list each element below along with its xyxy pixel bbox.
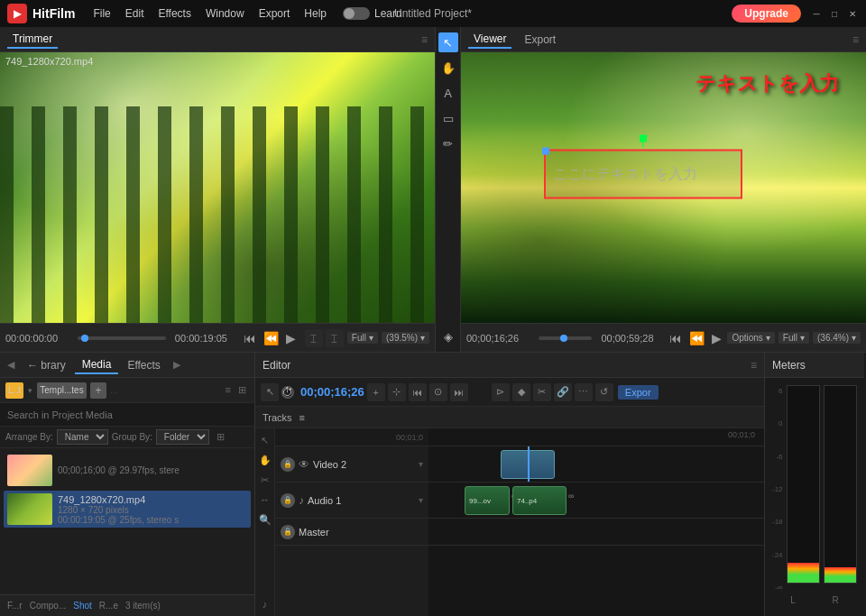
templates-button[interactable]: Templ...tes [37, 382, 87, 399]
select-tool[interactable]: ↖ [438, 32, 458, 52]
out-point-button[interactable]: ⌶ [326, 329, 344, 347]
viewer-zoom[interactable]: (36.4%)▾ [813, 332, 861, 344]
maximize-button[interactable]: □ [828, 7, 841, 20]
folder-icon-button[interactable]: L..t [5, 382, 23, 399]
viewer-tab[interactable]: Viewer [468, 31, 511, 49]
snap-btn[interactable]: ⊳ [492, 383, 510, 401]
viewer-skip-back[interactable]: ⏮ [668, 331, 684, 345]
loop-btn[interactable]: ↺ [595, 383, 613, 401]
tracks-menu-icon[interactable]: ≡ [299, 412, 305, 423]
viewer-options[interactable]: Options▾ [727, 332, 774, 344]
clip-audio2-right[interactable]: 74..p4 [512, 486, 567, 515]
trimmer-zoom-select[interactable]: (39.5%)▾ [382, 332, 429, 344]
viewer-preview: テキストを入力 ここにテキストを入力 [461, 52, 866, 323]
trimmer-menu-icon[interactable]: ≡ [421, 33, 428, 46]
pen-tool[interactable]: ✏ [438, 133, 458, 153]
meter-label-n6: -6 [772, 453, 783, 461]
bottom-tool[interactable]: ◈ [438, 326, 458, 346]
menu-effects[interactable]: Effects [152, 5, 196, 22]
text-box-overlay[interactable]: ここにテキストを入力 [544, 150, 742, 199]
media-thumb-forest [7, 493, 52, 525]
list-view-button[interactable]: ≡ [223, 383, 234, 397]
viewer-frame-back[interactable]: ⏪ [687, 331, 706, 345]
track-expand-video2[interactable]: ▾ [419, 459, 423, 469]
list-item[interactable]: 00;00;16;00 @ 29.97fps, stere [4, 452, 251, 489]
tab-media[interactable]: Media [75, 356, 119, 374]
more-btn[interactable]: ⋯ [575, 383, 593, 401]
track-eye-audio1[interactable]: ♪ [299, 494, 304, 507]
export-tab[interactable]: Export [519, 32, 561, 48]
lt-hand[interactable]: ✋ [257, 452, 273, 468]
track-lock-master[interactable]: 🔒 [281, 525, 295, 539]
viewer-menu-icon[interactable]: ≡ [852, 33, 859, 46]
menu-export[interactable]: Export [253, 5, 296, 22]
viewer-scrubber[interactable] [539, 336, 592, 340]
text-box-content[interactable]: ここにテキストを入力 [553, 165, 697, 184]
trimmer-tab[interactable]: Trimmer [7, 31, 58, 49]
main-layout: Trimmer ≡ 749_1280x720.mp4 00:00:00:00 0… [0, 27, 866, 616]
lt-select[interactable]: ↖ [257, 432, 273, 448]
track-lock-audio1[interactable]: 🔒 [281, 493, 295, 508]
lt-razor[interactable]: ✂ [257, 472, 273, 488]
trimmer-scrubber[interactable] [78, 336, 166, 340]
upgrade-button[interactable]: Upgrade [732, 5, 801, 23]
track-eye-video2[interactable]: 👁 [299, 458, 309, 471]
skip-back-button[interactable]: ⏮ [242, 331, 258, 345]
skip-fwd-btn[interactable]: ⏭ [450, 383, 468, 401]
nav-folder[interactable]: F...r [7, 601, 23, 611]
clip-audio1-left[interactable]: 99...ov [465, 486, 510, 515]
menu-edit[interactable]: Edit [120, 5, 150, 22]
search-input[interactable] [7, 409, 247, 420]
timeline-ruler-label: 00;01;0 [275, 428, 428, 446]
group-by-select[interactable]: Folder [156, 429, 209, 445]
viewer-quality[interactable]: Full▾ [778, 332, 809, 344]
play-fwd-btn[interactable]: ⊙ [429, 383, 447, 401]
nav-r[interactable]: R...e [99, 601, 118, 611]
razor-btn[interactable]: ✂ [533, 383, 551, 401]
close-button[interactable]: ✕ [846, 7, 859, 20]
viewer-play[interactable]: ▶ [710, 331, 723, 345]
text-tool[interactable]: A [438, 83, 458, 103]
nav-shot[interactable]: Shot [73, 601, 92, 611]
panel-next-btn[interactable]: ▶ [170, 357, 184, 372]
menu-bar: File Edit Effects Window Export Help Lea… [88, 5, 401, 22]
editor-current-time[interactable]: 00;00;16;26 [300, 385, 364, 399]
export-button[interactable]: Expor [618, 385, 659, 400]
tab-effects[interactable]: Effects [120, 357, 167, 373]
menu-file[interactable]: File [88, 5, 115, 22]
lt-audio[interactable]: ♪ [257, 596, 273, 612]
media-meta2: 00:00:19:05 @ 25fps, stereo s [58, 515, 247, 525]
marker-btn[interactable]: ◆ [512, 383, 530, 401]
nav-composite[interactable]: Compo... [30, 601, 67, 611]
grid-view-button[interactable]: ⊞ [235, 383, 249, 397]
tab-library[interactable]: ← brary [20, 357, 73, 373]
editor-tool-select[interactable]: ↖ [261, 383, 279, 401]
hand-tool[interactable]: ✋ [438, 58, 458, 78]
link-btn[interactable]: 🔗 [554, 383, 572, 401]
ripple-button[interactable]: ⊹ [388, 383, 406, 401]
in-point-button[interactable]: ⌶ [305, 329, 323, 347]
minimize-button[interactable]: ─ [810, 7, 823, 20]
lt-slip[interactable]: ↔ [257, 492, 273, 508]
lt-zoom[interactable]: 🔍 [257, 511, 273, 528]
menu-help[interactable]: Help [299, 5, 332, 22]
editor-menu-icon[interactable]: ≡ [751, 359, 757, 372]
crop-tool[interactable]: ▭ [438, 108, 458, 128]
arrange-options[interactable]: ⊞ [213, 429, 228, 445]
learn-toggle-switch[interactable] [343, 7, 370, 20]
menu-window[interactable]: Window [200, 5, 250, 22]
trimmer-quality-select[interactable]: Full▾ [347, 332, 378, 344]
arrange-by-select[interactable]: Name [57, 429, 108, 445]
meter-label-n24: -24 [772, 551, 783, 559]
list-item[interactable]: 749_1280x720.mp4 1280 × 720 pixels 00:00… [4, 491, 251, 528]
play-button[interactable]: ▶ [284, 331, 298, 345]
track-lock-video2[interactable]: 🔒 [281, 457, 295, 472]
panel-prev-btn[interactable]: ◀ [4, 357, 18, 372]
frame-back-button[interactable]: ⏪ [262, 331, 281, 345]
track-expand-audio1[interactable]: ▾ [419, 495, 423, 505]
timeline-tracks[interactable]: 00;01;0 99...ov ∞ [428, 428, 764, 616]
title-bar: ▶ HitFilm File Edit Effects Window Expor… [0, 0, 866, 27]
add-media-button[interactable]: + [90, 382, 106, 399]
skip-back-btn[interactable]: ⏮ [409, 383, 427, 401]
add-clip-button[interactable]: + [367, 383, 385, 401]
